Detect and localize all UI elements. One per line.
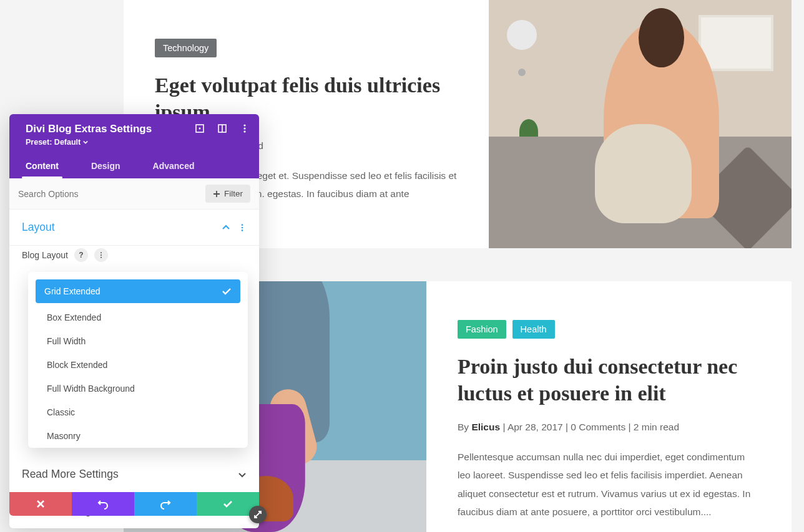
dropdown-option-label: Box Extended — [47, 312, 101, 322]
chevron-up-icon — [222, 223, 230, 232]
panel-preset-label[interactable]: Preset: Default — [26, 138, 88, 147]
dropdown-option[interactable]: Box Extended — [28, 306, 248, 329]
svg-point-5 — [243, 127, 245, 129]
panel-search-row: Filter — [9, 178, 259, 210]
post-by: By — [458, 422, 471, 432]
dropdown-option-label: Full Width Background — [47, 384, 135, 394]
module-settings-panel: Divi Blog Extras Settings Preset: Defaul… — [9, 114, 259, 528]
check-icon — [223, 499, 233, 509]
panel-tabs: Content Design Advanced — [9, 153, 259, 178]
dropdown-option-label: Block Extended — [47, 360, 107, 370]
field-label: Blog Layout — [22, 250, 68, 260]
section-title: Layout — [22, 221, 55, 234]
field-label-row: Blog Layout ? — [9, 246, 259, 268]
dropdown-option[interactable]: Classic — [28, 400, 248, 424]
category-badge[interactable]: Technology — [155, 39, 217, 57]
redo-button[interactable] — [134, 492, 197, 516]
svg-point-9 — [242, 230, 243, 231]
post-categories: Fashion Health — [458, 320, 760, 339]
panel-footer-actions — [9, 492, 259, 516]
expand-icon — [253, 510, 262, 519]
tab-advanced[interactable]: Advanced — [137, 153, 211, 178]
post-date: Apr 28, 2017 — [507, 422, 563, 432]
post-excerpt: Pellentesque accumsan nulla nec dui impe… — [458, 448, 760, 521]
resize-handle[interactable] — [249, 506, 267, 523]
snap-left-icon[interactable] — [193, 122, 207, 135]
post-text-column: Fashion Health Proin justo dui consectet… — [426, 281, 792, 532]
section-toggle-readmore[interactable]: Read More Settings — [9, 457, 259, 493]
svg-point-12 — [100, 257, 102, 258]
post-author[interactable]: Elicus — [471, 422, 500, 432]
more-options-icon[interactable] — [238, 122, 252, 135]
plus-icon — [213, 190, 220, 198]
dropdown-option[interactable]: Block Extended — [28, 353, 248, 377]
category-badge[interactable]: Health — [512, 320, 555, 339]
category-badge[interactable]: Fashion — [458, 320, 506, 339]
close-icon — [36, 500, 45, 508]
dropdown-option-label: Classic — [47, 407, 75, 417]
chevron-down-icon — [238, 470, 247, 479]
dropdown-option-selected[interactable]: Grid Extended — [36, 279, 240, 303]
svg-point-6 — [243, 130, 245, 132]
expand-modal-icon[interactable] — [215, 122, 229, 135]
cancel-button[interactable] — [9, 492, 72, 516]
field-options-icon[interactable] — [94, 248, 108, 262]
dropdown-option-label: Grid Extended — [44, 286, 100, 296]
undo-button[interactable] — [72, 492, 134, 516]
help-icon[interactable]: ? — [74, 248, 88, 262]
post-featured-image[interactable] — [489, 0, 792, 248]
section-title: Read More Settings — [22, 468, 119, 481]
svg-point-7 — [242, 224, 243, 226]
svg-point-4 — [243, 124, 245, 126]
panel-header[interactable]: Divi Blog Extras Settings Preset: Defaul… — [9, 114, 259, 153]
post-meta: By Elicus | Apr 28, 2017 | 0 Comments | … — [458, 422, 760, 433]
dropdown-option-label: Full Width — [47, 336, 86, 346]
tab-content[interactable]: Content — [9, 153, 75, 178]
caret-down-icon — [83, 140, 88, 145]
svg-point-11 — [100, 254, 102, 256]
filter-button[interactable]: Filter — [205, 185, 250, 203]
post-title[interactable]: Proin justo dui consectetur nec luctus e… — [458, 354, 760, 407]
tab-design[interactable]: Design — [75, 153, 137, 178]
blog-layout-dropdown: Grid Extended Box Extended Full Width Bl… — [28, 272, 248, 448]
post-comments: 0 Comments — [571, 422, 625, 432]
undo-icon — [97, 498, 109, 510]
redo-icon — [160, 498, 171, 510]
svg-point-1 — [199, 128, 201, 130]
section-toggle-layout[interactable]: Layout — [9, 210, 259, 246]
dropdown-option[interactable]: Full Width — [28, 329, 248, 353]
dropdown-option[interactable]: Full Width Background — [28, 377, 248, 400]
post-categories: Technology — [155, 39, 458, 57]
dropdown-option[interactable]: Masonry — [28, 424, 248, 448]
svg-point-10 — [100, 252, 102, 253]
post-read-time: 2 min read — [634, 422, 679, 432]
search-options-input[interactable] — [18, 189, 199, 199]
dropdown-option-label: Masonry — [47, 431, 81, 441]
svg-point-8 — [242, 226, 243, 228]
check-icon — [222, 286, 232, 296]
section-options-icon[interactable] — [238, 223, 247, 232]
